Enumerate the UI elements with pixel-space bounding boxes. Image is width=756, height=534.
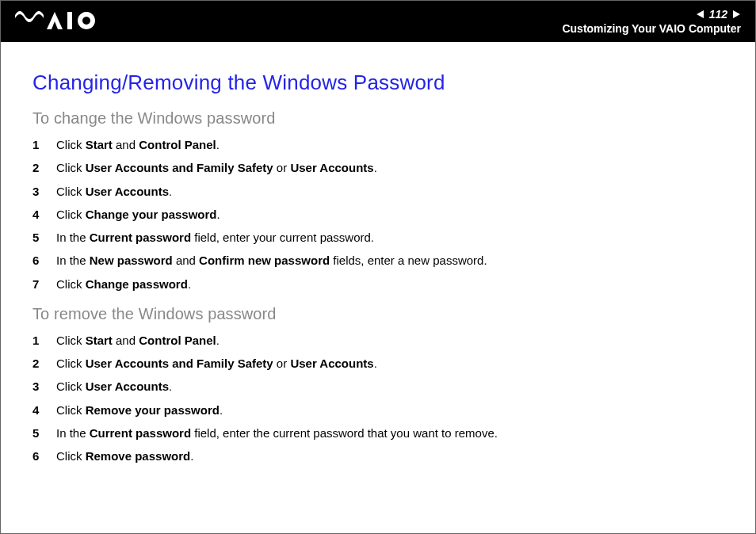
header-right: 112 Customizing Your VAIO Computer — [562, 8, 741, 35]
content-area: Changing/Removing the Windows Password T… — [1, 42, 755, 464]
step-item: In the New password and Confirm new pass… — [32, 253, 724, 269]
vaio-logo — [15, 10, 102, 32]
step-item: Click User Accounts. — [32, 379, 724, 395]
section-1-title: To change the Windows password — [32, 109, 724, 128]
svg-marker-2 — [733, 10, 740, 18]
step-item: In the Current password field, enter the… — [32, 425, 724, 441]
section-2-title: To remove the Windows password — [32, 305, 724, 323]
section-2-steps: Click Start and Control Panel.Click User… — [32, 333, 724, 465]
page-nav: 112 — [696, 8, 741, 21]
step-item: Click Remove your password. — [32, 402, 724, 418]
breadcrumb: Customizing Your VAIO Computer — [562, 22, 741, 35]
header-bar: 112 Customizing Your VAIO Computer — [1, 1, 755, 42]
step-item: Click Change password. — [32, 277, 724, 292]
step-item: Click Remove password. — [32, 448, 724, 464]
step-item: In the Current password field, enter you… — [32, 230, 724, 246]
next-page-icon[interactable] — [731, 10, 741, 19]
svg-marker-1 — [697, 10, 704, 18]
prev-page-icon[interactable] — [696, 10, 705, 19]
step-item: Click User Accounts and Family Safety or… — [32, 160, 724, 176]
svg-rect-0 — [67, 12, 72, 29]
page-number: 112 — [708, 8, 728, 21]
step-item: Click Change your password. — [32, 207, 724, 223]
step-item: Click User Accounts and Family Safety or… — [32, 356, 724, 372]
step-item: Click User Accounts. — [32, 184, 724, 200]
section-1-steps: Click Start and Control Panel.Click User… — [32, 137, 724, 292]
step-item: Click Start and Control Panel. — [32, 137, 724, 153]
page-title: Changing/Removing the Windows Password — [32, 71, 724, 95]
step-item: Click Start and Control Panel. — [32, 333, 724, 349]
